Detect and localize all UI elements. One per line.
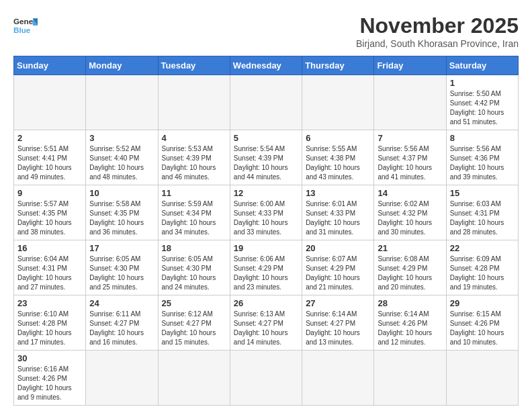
day-info: Sunrise: 6:02 AM Sunset: 4:32 PM Dayligh… — [378, 199, 442, 237]
calendar-empty-cell — [446, 351, 518, 406]
day-info: Sunrise: 5:55 AM Sunset: 4:38 PM Dayligh… — [306, 144, 370, 182]
weekday-header-saturday: Saturday — [446, 56, 518, 75]
calendar-week-row-3: 16Sunrise: 6:04 AM Sunset: 4:31 PM Dayli… — [14, 240, 519, 295]
calendar-day-cell-21: 21Sunrise: 6:08 AM Sunset: 4:29 PM Dayli… — [374, 240, 446, 295]
calendar-table: SundayMondayTuesdayWednesdayThursdayFrid… — [13, 56, 519, 406]
day-number: 21 — [378, 243, 442, 253]
day-number: 8 — [450, 133, 515, 143]
calendar-day-cell-6: 6Sunrise: 5:55 AM Sunset: 4:38 PM Daylig… — [302, 130, 374, 185]
day-number: 25 — [162, 298, 226, 308]
day-info: Sunrise: 5:51 AM Sunset: 4:41 PM Dayligh… — [17, 144, 82, 182]
weekday-header-monday: Monday — [86, 56, 158, 75]
calendar-day-cell-11: 11Sunrise: 5:59 AM Sunset: 4:34 PM Dayli… — [158, 185, 230, 240]
day-info: Sunrise: 5:52 AM Sunset: 4:40 PM Dayligh… — [89, 144, 154, 182]
calendar-day-cell-1: 1Sunrise: 5:50 AM Sunset: 4:42 PM Daylig… — [446, 75, 518, 130]
day-number: 2 — [17, 133, 82, 143]
day-number: 10 — [89, 188, 154, 198]
logo: General Blue — [13, 13, 38, 38]
day-number: 3 — [89, 133, 154, 143]
calendar-week-row-4: 23Sunrise: 6:10 AM Sunset: 4:28 PM Dayli… — [14, 295, 519, 351]
day-info: Sunrise: 6:09 AM Sunset: 4:28 PM Dayligh… — [450, 255, 515, 292]
weekday-header-tuesday: Tuesday — [158, 56, 230, 75]
calendar-day-cell-12: 12Sunrise: 6:00 AM Sunset: 4:33 PM Dayli… — [230, 185, 302, 240]
calendar-empty-cell — [230, 75, 302, 130]
calendar-day-cell-27: 27Sunrise: 6:14 AM Sunset: 4:27 PM Dayli… — [302, 295, 374, 351]
day-number: 4 — [162, 133, 226, 143]
location-subtitle: Birjand, South Khorasan Province, Iran — [356, 38, 519, 49]
calendar-day-cell-22: 22Sunrise: 6:09 AM Sunset: 4:28 PM Dayli… — [446, 240, 518, 295]
calendar-day-cell-23: 23Sunrise: 6:10 AM Sunset: 4:28 PM Dayli… — [14, 295, 86, 351]
calendar-day-cell-25: 25Sunrise: 6:12 AM Sunset: 4:27 PM Dayli… — [158, 295, 230, 351]
calendar-week-row-0: 1Sunrise: 5:50 AM Sunset: 4:42 PM Daylig… — [14, 75, 519, 130]
weekday-header-friday: Friday — [374, 56, 446, 75]
calendar-day-cell-14: 14Sunrise: 6:02 AM Sunset: 4:32 PM Dayli… — [374, 185, 446, 240]
calendar-day-cell-2: 2Sunrise: 5:51 AM Sunset: 4:41 PM Daylig… — [14, 130, 86, 185]
day-number: 7 — [378, 133, 442, 143]
calendar-day-cell-8: 8Sunrise: 5:56 AM Sunset: 4:36 PM Daylig… — [446, 130, 518, 185]
weekday-header-sunday: Sunday — [14, 56, 86, 75]
header: General Blue November 2025 Birjand, Sout… — [13, 13, 519, 49]
day-number: 12 — [234, 188, 298, 198]
day-info: Sunrise: 6:15 AM Sunset: 4:26 PM Dayligh… — [450, 310, 515, 347]
day-number: 30 — [17, 353, 82, 363]
calendar-day-cell-24: 24Sunrise: 6:11 AM Sunset: 4:27 PM Dayli… — [86, 295, 158, 351]
calendar-empty-cell — [374, 351, 446, 406]
calendar-empty-cell — [86, 75, 158, 130]
calendar-day-cell-30: 30Sunrise: 6:16 AM Sunset: 4:26 PM Dayli… — [14, 351, 86, 406]
day-info: Sunrise: 5:56 AM Sunset: 4:37 PM Dayligh… — [378, 144, 442, 182]
day-number: 9 — [17, 188, 82, 198]
calendar-empty-cell — [302, 75, 374, 130]
day-info: Sunrise: 6:00 AM Sunset: 4:33 PM Dayligh… — [234, 199, 298, 237]
calendar-day-cell-19: 19Sunrise: 6:06 AM Sunset: 4:29 PM Dayli… — [230, 240, 302, 295]
calendar-day-cell-20: 20Sunrise: 6:07 AM Sunset: 4:29 PM Dayli… — [302, 240, 374, 295]
day-number: 16 — [17, 243, 82, 253]
calendar-empty-cell — [14, 75, 86, 130]
day-info: Sunrise: 5:58 AM Sunset: 4:35 PM Dayligh… — [89, 199, 154, 237]
day-number: 1 — [450, 78, 515, 88]
day-number: 18 — [162, 243, 226, 253]
calendar-day-cell-29: 29Sunrise: 6:15 AM Sunset: 4:26 PM Dayli… — [446, 295, 518, 351]
day-number: 11 — [162, 188, 226, 198]
day-number: 6 — [306, 133, 370, 143]
day-info: Sunrise: 6:16 AM Sunset: 4:26 PM Dayligh… — [17, 365, 82, 402]
calendar-week-row-5: 30Sunrise: 6:16 AM Sunset: 4:26 PM Dayli… — [14, 351, 519, 406]
day-info: Sunrise: 5:59 AM Sunset: 4:34 PM Dayligh… — [162, 199, 226, 237]
calendar-empty-cell — [158, 75, 230, 130]
calendar-day-cell-9: 9Sunrise: 5:57 AM Sunset: 4:35 PM Daylig… — [14, 185, 86, 240]
calendar-day-cell-3: 3Sunrise: 5:52 AM Sunset: 4:40 PM Daylig… — [86, 130, 158, 185]
day-number: 26 — [234, 298, 298, 308]
day-info: Sunrise: 6:08 AM Sunset: 4:29 PM Dayligh… — [378, 255, 442, 292]
day-info: Sunrise: 5:53 AM Sunset: 4:39 PM Dayligh… — [162, 144, 226, 182]
weekday-header-row: SundayMondayTuesdayWednesdayThursdayFrid… — [14, 56, 519, 75]
day-number: 13 — [306, 188, 370, 198]
day-info: Sunrise: 5:56 AM Sunset: 4:36 PM Dayligh… — [450, 144, 515, 182]
day-info: Sunrise: 6:14 AM Sunset: 4:27 PM Dayligh… — [306, 310, 370, 347]
weekday-header-thursday: Thursday — [302, 56, 374, 75]
day-number: 15 — [450, 188, 515, 198]
day-number: 5 — [234, 133, 298, 143]
calendar-empty-cell — [158, 351, 230, 406]
calendar-empty-cell — [86, 351, 158, 406]
calendar-empty-cell — [230, 351, 302, 406]
day-info: Sunrise: 6:11 AM Sunset: 4:27 PM Dayligh… — [89, 310, 154, 347]
calendar-day-cell-26: 26Sunrise: 6:13 AM Sunset: 4:27 PM Dayli… — [230, 295, 302, 351]
title-block: November 2025 Birjand, South Khorasan Pr… — [356, 13, 519, 49]
calendar-week-row-2: 9Sunrise: 5:57 AM Sunset: 4:35 PM Daylig… — [14, 185, 519, 240]
day-number: 29 — [450, 298, 515, 308]
day-number: 24 — [89, 298, 154, 308]
day-info: Sunrise: 6:14 AM Sunset: 4:26 PM Dayligh… — [378, 310, 442, 347]
calendar-day-cell-13: 13Sunrise: 6:01 AM Sunset: 4:33 PM Dayli… — [302, 185, 374, 240]
day-info: Sunrise: 6:04 AM Sunset: 4:31 PM Dayligh… — [17, 255, 82, 292]
day-info: Sunrise: 5:54 AM Sunset: 4:39 PM Dayligh… — [234, 144, 298, 182]
day-info: Sunrise: 6:05 AM Sunset: 4:30 PM Dayligh… — [162, 255, 226, 292]
generalblue-logo-icon: General Blue — [13, 13, 38, 38]
calendar-empty-cell — [302, 351, 374, 406]
day-number: 20 — [306, 243, 370, 253]
day-number: 28 — [378, 298, 442, 308]
day-info: Sunrise: 5:50 AM Sunset: 4:42 PM Dayligh… — [450, 89, 515, 127]
day-number: 14 — [378, 188, 442, 198]
day-number: 19 — [234, 243, 298, 253]
day-number: 27 — [306, 298, 370, 308]
day-info: Sunrise: 6:06 AM Sunset: 4:29 PM Dayligh… — [234, 255, 298, 292]
day-info: Sunrise: 6:01 AM Sunset: 4:33 PM Dayligh… — [306, 199, 370, 237]
